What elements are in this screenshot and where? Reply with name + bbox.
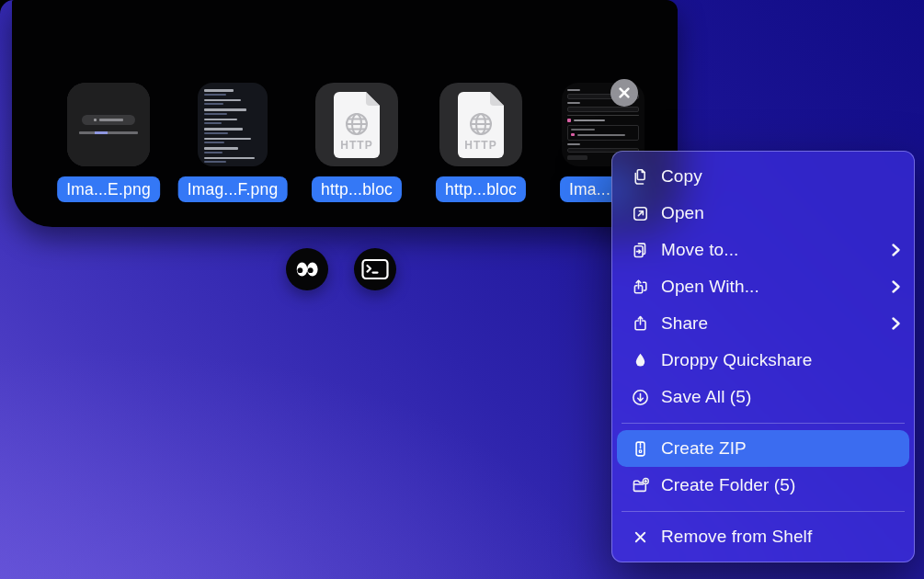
menu-item-copy[interactable]: Copy: [617, 158, 909, 195]
droplet-icon: [628, 351, 652, 370]
file-label-4[interactable]: http...bloc: [436, 176, 526, 202]
menu-item-label: Copy: [661, 166, 702, 187]
shelf-panel: Ima...E.png Imag...F.png: [12, 0, 678, 227]
file-thumbnail-4[interactable]: HTTP: [439, 83, 522, 166]
peek-eyes-button[interactable]: [286, 248, 328, 290]
menu-item-create-folder[interactable]: Create Folder (5): [617, 467, 909, 504]
menu-item-share[interactable]: Share: [617, 305, 909, 342]
menu-item-label: Open: [661, 203, 704, 223]
file-thumbnail-1[interactable]: [67, 83, 150, 166]
close-icon: [618, 86, 631, 99]
menu-item-label: Move to...: [661, 240, 738, 260]
menu-item-label: Save All (5): [661, 387, 751, 407]
chevron-right-icon: [891, 243, 901, 257]
menu-item-open-with[interactable]: Open With...: [617, 268, 909, 305]
chevron-right-icon: [891, 279, 901, 294]
remove-x-icon: [628, 528, 652, 547]
screenshot-preview: [67, 83, 150, 166]
menu-item-label: Droppy Quickshare: [661, 350, 812, 370]
share-icon: [628, 314, 652, 334]
file-label-1[interactable]: Ima...E.png: [57, 176, 160, 202]
copy-icon: [628, 167, 652, 187]
menu-item-move-to[interactable]: Move to...: [617, 232, 909, 268]
open-with-icon: [628, 278, 652, 297]
file-thumbnail-3[interactable]: HTTP: [315, 83, 398, 166]
file-label-2[interactable]: Imag...F.png: [178, 176, 288, 202]
zip-file-icon: [628, 439, 652, 459]
http-document-icon: HTTP: [439, 83, 522, 166]
menu-item-remove-from-shelf[interactable]: Remove from Shelf: [617, 518, 909, 555]
context-menu: Copy Open Move to...: [611, 151, 915, 562]
menu-item-label: Remove from Shelf: [661, 527, 812, 547]
download-circle-icon: [628, 388, 652, 407]
menu-item-droppy-quickshare[interactable]: Droppy Quickshare: [617, 342, 909, 379]
menu-item-save-all[interactable]: Save All (5): [617, 379, 909, 415]
terminal-icon: [361, 258, 389, 280]
move-to-icon: [628, 241, 652, 260]
terminal-button[interactable]: [354, 248, 396, 290]
file-thumbnail-2[interactable]: [198, 83, 268, 166]
menu-item-label: Share: [661, 313, 708, 334]
menu-item-create-zip[interactable]: Create ZIP: [617, 430, 909, 467]
menu-separator: [622, 511, 905, 512]
close-shelf-button[interactable]: [610, 79, 638, 107]
menu-item-label: Create Folder (5): [661, 475, 795, 495]
file-label-3[interactable]: http...bloc: [312, 176, 402, 202]
open-icon: [628, 204, 652, 223]
menu-item-label: Create ZIP: [661, 438, 747, 459]
chevron-right-icon: [891, 316, 901, 331]
svg-text:HTTP: HTTP: [340, 139, 372, 152]
screenshot-preview: [198, 83, 268, 166]
menu-item-open[interactable]: Open: [617, 195, 909, 232]
eyes-icon: [291, 255, 323, 283]
new-folder-icon: [628, 476, 652, 495]
menu-item-label: Open With...: [661, 277, 759, 297]
menu-separator: [622, 423, 905, 424]
svg-text:HTTP: HTTP: [464, 139, 496, 152]
http-document-icon: HTTP: [315, 83, 398, 166]
